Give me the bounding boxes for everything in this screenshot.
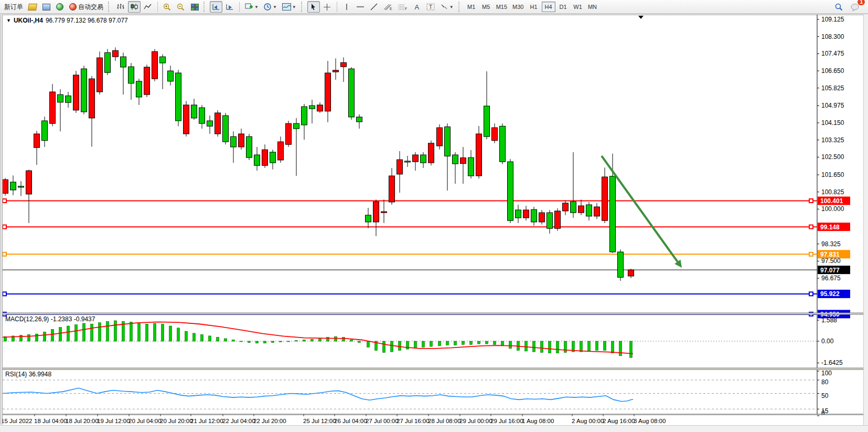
macd-histogram-bar bbox=[287, 341, 290, 342]
macd-axis-label: 0.00 bbox=[821, 338, 834, 345]
macd-histogram-bar bbox=[342, 337, 345, 341]
tab-m15[interactable]: M15 bbox=[494, 2, 509, 12]
chart-canvas[interactable]: 109.125108.300107.475106.650105.825104.9… bbox=[0, 15, 868, 432]
candle bbox=[286, 121, 292, 147]
tile-windows-icon[interactable] bbox=[188, 1, 201, 13]
chart-shift-button[interactable] bbox=[223, 1, 236, 13]
price-axis-label: 106.650 bbox=[821, 67, 844, 75]
rsi-axis-label: 0 bbox=[821, 409, 825, 417]
tab-w1[interactable]: W1 bbox=[571, 2, 585, 12]
time-axis-label: 18 Jul 20:00 bbox=[66, 418, 99, 424]
candlestick-chart-button[interactable] bbox=[128, 1, 141, 13]
macd-histogram-bar bbox=[248, 341, 251, 343]
vertical-line-button[interactable] bbox=[340, 1, 353, 13]
zoom-in-button[interactable] bbox=[161, 1, 174, 13]
equidistant-channel-button[interactable]: E bbox=[381, 1, 395, 13]
tab-m30[interactable]: M30 bbox=[510, 2, 526, 12]
macd-histogram-bar bbox=[399, 341, 401, 351]
tab-d1[interactable]: D1 bbox=[556, 2, 570, 12]
crosshair-button[interactable] bbox=[321, 1, 334, 13]
symbol-period-label: UKOil-,H4 bbox=[14, 17, 43, 24]
chevron-down-icon[interactable]: ▼ bbox=[6, 18, 11, 23]
line-handle[interactable] bbox=[3, 225, 6, 229]
fibonacci-button[interactable]: F bbox=[396, 1, 410, 13]
price-badge-label: 95.922 bbox=[820, 290, 840, 298]
macd-histogram-bar bbox=[201, 334, 203, 341]
price-axis-label: 104.975 bbox=[821, 102, 844, 109]
candle bbox=[3, 178, 8, 196]
autotrade-button[interactable]: 自动交易 bbox=[67, 1, 105, 13]
price-axis-label: 97.500 bbox=[821, 257, 841, 265]
metaeditor-icon[interactable] bbox=[40, 1, 52, 13]
price-axis-label: 103.325 bbox=[821, 136, 844, 144]
text-button[interactable]: A bbox=[411, 1, 423, 13]
price-axis-label: 96.675 bbox=[821, 275, 841, 282]
templates-button[interactable]: ▼ bbox=[280, 1, 298, 13]
line-handle[interactable] bbox=[3, 252, 6, 256]
new-chart-button[interactable]: ▼ bbox=[243, 1, 261, 13]
macd-histogram-bar bbox=[383, 341, 385, 352]
time-axis-label: 22 Jul 04:00 bbox=[222, 418, 255, 424]
new-order-button[interactable]: 新订单 bbox=[2, 1, 25, 13]
candle bbox=[476, 126, 482, 178]
line-handle[interactable] bbox=[809, 225, 813, 229]
tab-m5[interactable]: M5 bbox=[479, 2, 493, 12]
notifications-button[interactable]: 1 bbox=[849, 1, 862, 13]
price-axis-label: 104.150 bbox=[821, 119, 844, 127]
bar-chart-button[interactable] bbox=[114, 1, 127, 13]
macd-histogram-bar bbox=[462, 341, 465, 344]
time-axis-label: 26 Jul 04:00 bbox=[334, 418, 367, 424]
macd-histogram-bar bbox=[580, 341, 583, 352]
macd-histogram-bar bbox=[422, 341, 425, 347]
text-label-button[interactable]: T bbox=[424, 1, 437, 13]
macd-histogram-bar bbox=[556, 341, 559, 353]
price-axis-label: 102.500 bbox=[821, 153, 844, 161]
macd-histogram-bar bbox=[272, 341, 274, 343]
time-axis-label: 25 Jul 12:00 bbox=[303, 418, 336, 424]
line-handle[interactable] bbox=[809, 252, 813, 256]
line-chart-button[interactable] bbox=[142, 1, 154, 13]
macd-histogram-bar bbox=[478, 341, 480, 344]
candle bbox=[437, 124, 443, 150]
candle bbox=[223, 113, 229, 144]
trading-platform-window: 新订单 自动交易 ▼ ▼ ▼ E F A T ▼ M bbox=[0, 0, 868, 432]
macd-histogram-bar bbox=[470, 341, 473, 344]
price-axis-label: 108.300 bbox=[821, 33, 844, 40]
tab-h1[interactable]: H1 bbox=[527, 2, 541, 12]
line-handle[interactable] bbox=[3, 199, 6, 203]
time-axis-label: 29 Jul 00:00 bbox=[459, 418, 492, 424]
macd-histogram-bar bbox=[169, 326, 172, 341]
candle bbox=[97, 51, 103, 94]
time-axis-label: 21 Jul 12:00 bbox=[190, 418, 223, 424]
line-handle[interactable] bbox=[809, 292, 813, 296]
macd-histogram-bar bbox=[327, 337, 329, 341]
rsi-axis-label: 100 bbox=[821, 370, 832, 377]
timeframes-menu-button[interactable]: ▼ bbox=[262, 1, 279, 13]
trendline-button[interactable] bbox=[368, 1, 380, 13]
macd-histogram-bar bbox=[588, 341, 591, 351]
auto-scroll-button[interactable] bbox=[210, 1, 222, 13]
line-handle[interactable] bbox=[3, 292, 6, 296]
macd-histogram-bar bbox=[564, 341, 567, 352]
gold-box-icon[interactable] bbox=[26, 1, 39, 13]
globe-icon[interactable] bbox=[53, 1, 66, 13]
zoom-out-button[interactable] bbox=[175, 1, 187, 13]
tab-mn[interactable]: MN bbox=[586, 2, 599, 12]
cursor-button[interactable] bbox=[307, 1, 320, 13]
horizontal-line-button[interactable] bbox=[354, 1, 367, 13]
tab-m1[interactable]: M1 bbox=[465, 2, 478, 12]
macd-axis-label: 1.588 bbox=[821, 317, 837, 324]
macd-histogram-bar bbox=[36, 334, 38, 341]
arrows-tool-button[interactable]: ▼ bbox=[438, 1, 456, 13]
candle bbox=[105, 49, 111, 75]
time-axis-label: 1 Aug 08:00 bbox=[522, 418, 554, 424]
macd-histogram-bar bbox=[114, 321, 117, 341]
macd-histogram-bar bbox=[185, 331, 188, 341]
status-bar bbox=[0, 425, 868, 432]
macd-histogram-bar bbox=[28, 334, 30, 341]
search-icon[interactable] bbox=[833, 1, 845, 13]
macd-histogram-bar bbox=[319, 339, 322, 341]
tab-h4[interactable]: H4 bbox=[542, 2, 555, 12]
macd-histogram-bar bbox=[358, 341, 361, 343]
line-handle[interactable] bbox=[809, 199, 813, 203]
